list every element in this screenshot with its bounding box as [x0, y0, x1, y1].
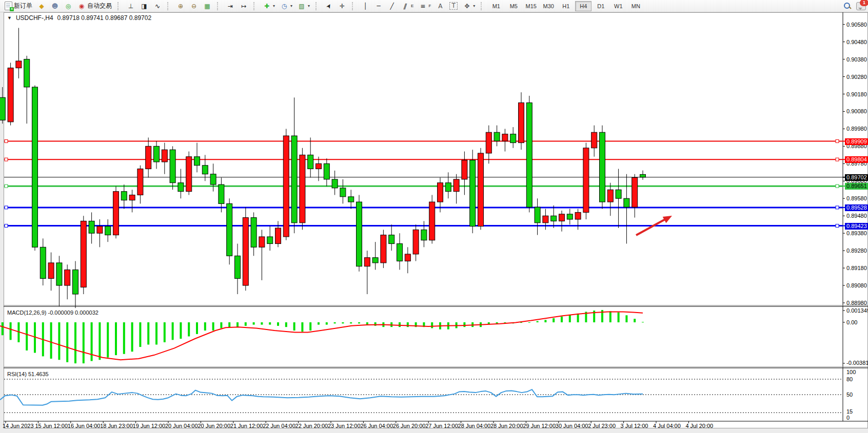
- toolbar-separator: [253, 2, 257, 10]
- candle-bear: [526, 103, 532, 208]
- styler-button[interactable]: ◆: [35, 1, 48, 12]
- candle-bull: [137, 169, 143, 195]
- zoom-in-button[interactable]: ⊕: [174, 1, 187, 12]
- macd-histogram-bar: [496, 322, 498, 323]
- fibonacci-icon: ≡: [419, 2, 427, 10]
- macd-histogram-bar: [2, 322, 4, 335]
- timeframe-button-H4[interactable]: H4: [575, 1, 591, 11]
- candle-bear: [470, 160, 476, 226]
- candle-bear: [210, 174, 216, 184]
- horizontal-line-button[interactable]: ─: [372, 1, 385, 12]
- trendline-button[interactable]: ╱: [385, 1, 399, 12]
- time-axis-label: 3 Jul 12:00: [621, 423, 648, 429]
- signal-button[interactable]: ◎: [62, 1, 75, 12]
- macd-histogram-bar: [188, 322, 190, 336]
- periods-button[interactable]: ◷▾: [278, 1, 295, 12]
- cursor-button[interactable]: ➤: [322, 1, 336, 12]
- hline-handle[interactable]: [836, 158, 839, 161]
- price-tag-blue: 0.89528: [845, 204, 868, 211]
- text-label-button[interactable]: T: [447, 1, 460, 12]
- candle-bull: [259, 237, 265, 247]
- profile-button[interactable]: ☻: [48, 1, 62, 12]
- time-axis-label: 2 Jul 23:00: [588, 423, 616, 429]
- chart-canvas: [0, 12, 868, 433]
- new-order-button[interactable]: + 新订单: [2, 1, 35, 12]
- fibonacci-button[interactable]: ≡F: [416, 1, 433, 12]
- hline-handle[interactable]: [836, 206, 839, 209]
- horizontal-line-icon: ─: [374, 2, 383, 10]
- candle-bear: [340, 188, 346, 197]
- text-button[interactable]: A: [433, 1, 447, 12]
- timeframe-button-M5[interactable]: M5: [505, 1, 522, 11]
- candle-bull: [8, 68, 13, 122]
- hline-handle[interactable]: [5, 206, 8, 209]
- price-axis-tick: 0.89480: [846, 213, 867, 219]
- timeframe-button-MN[interactable]: MN: [627, 1, 644, 11]
- templates-button[interactable]: ▧▾: [295, 1, 312, 12]
- rsi-axis-tick: 50: [846, 391, 853, 398]
- hline-handle[interactable]: [5, 158, 8, 161]
- hline-handle[interactable]: [836, 140, 839, 143]
- hline-handle[interactable]: [5, 140, 8, 143]
- macd-histogram-bar: [204, 322, 206, 331]
- channel-button[interactable]: ∥E: [399, 1, 416, 12]
- macd-histogram-bar: [553, 318, 555, 322]
- price-tag-green: 0.89651: [845, 183, 868, 190]
- macd-histogram-bar: [342, 322, 344, 323]
- line-chart-button[interactable]: ∿: [151, 1, 164, 12]
- candle-bear: [194, 157, 200, 166]
- bar-chart-button[interactable]: ⊥: [124, 1, 137, 12]
- hline-handle[interactable]: [5, 184, 8, 188]
- timeframe-button-M15[interactable]: M15: [523, 1, 539, 11]
- candle-bear: [332, 179, 338, 188]
- auto-scroll-button[interactable]: ⇥: [224, 1, 237, 12]
- timeframe-button-D1[interactable]: D1: [593, 1, 609, 11]
- time-axis-label: 19 Jun 12:00: [133, 423, 166, 429]
- zoom-out-button[interactable]: ⊖: [187, 1, 201, 12]
- indicators-button[interactable]: ✚▾: [260, 1, 278, 12]
- candle-bull: [607, 190, 613, 202]
- macd-histogram-bar: [326, 322, 328, 325]
- price-tag-blue: 0.89423: [845, 223, 868, 230]
- macd-histogram-bar: [123, 322, 125, 354]
- annotation-arrow-head[interactable]: [663, 213, 674, 223]
- macd-histogram-bar: [528, 322, 530, 323]
- tile-windows-button[interactable]: ▦: [201, 1, 214, 12]
- hline-handle[interactable]: [836, 184, 839, 188]
- macd-histogram-bar: [366, 322, 368, 325]
- macd-histogram-bar: [26, 322, 28, 350]
- arrows-button[interactable]: ✥▾: [460, 1, 478, 12]
- autotrading-button[interactable]: ◉ 自动交易: [75, 1, 114, 12]
- indicators-icon: ✚: [263, 2, 271, 10]
- hline-handle[interactable]: [5, 224, 8, 228]
- toolbar: + 新订单 ◆ ☻ ◎ ◉ 自动交易 ⊥ ◨ ∿ ⊕ ⊖ ▦ ⇥ ↦ ✚▾ ◷▾…: [0, 0, 868, 12]
- chat-icon[interactable]: 1: [856, 2, 866, 10]
- candle-bull: [429, 202, 435, 240]
- hline-handle[interactable]: [836, 224, 839, 228]
- timeframe-button-M1[interactable]: M1: [488, 1, 504, 11]
- timeframe-button-H1[interactable]: H1: [558, 1, 574, 11]
- candle-bear: [324, 163, 329, 179]
- crosshair-button[interactable]: ✛: [336, 1, 349, 12]
- rsi-line: [0, 389, 643, 405]
- candle-bear: [308, 155, 313, 169]
- text-label-icon: T: [449, 2, 458, 10]
- time-axis-label: 28 Jun 04:00: [458, 423, 491, 429]
- time-axis-label: 26 Jun 04:00: [360, 423, 393, 429]
- price-axis-tick: 0.89080: [846, 282, 867, 288]
- candle-bear: [170, 150, 175, 183]
- macd-histogram-bar: [58, 322, 60, 360]
- profile-icon: ☻: [51, 2, 59, 10]
- candlestick-button[interactable]: ◨: [137, 1, 151, 12]
- macd-histogram-bar: [407, 322, 409, 327]
- candle-bull: [48, 263, 54, 279]
- timeframe-button-M30[interactable]: M30: [540, 1, 557, 11]
- candle-bull: [462, 160, 467, 179]
- chart-shift-button[interactable]: ↦: [237, 1, 250, 12]
- candle-bull: [243, 218, 248, 285]
- vertical-line-button[interactable]: │: [359, 1, 372, 12]
- timeframe-button-W1[interactable]: W1: [610, 1, 626, 11]
- search-icon[interactable]: [843, 2, 851, 10]
- time-axis-label: 18 Jun 23:00: [100, 423, 133, 429]
- macd-signal-line: [0, 312, 643, 360]
